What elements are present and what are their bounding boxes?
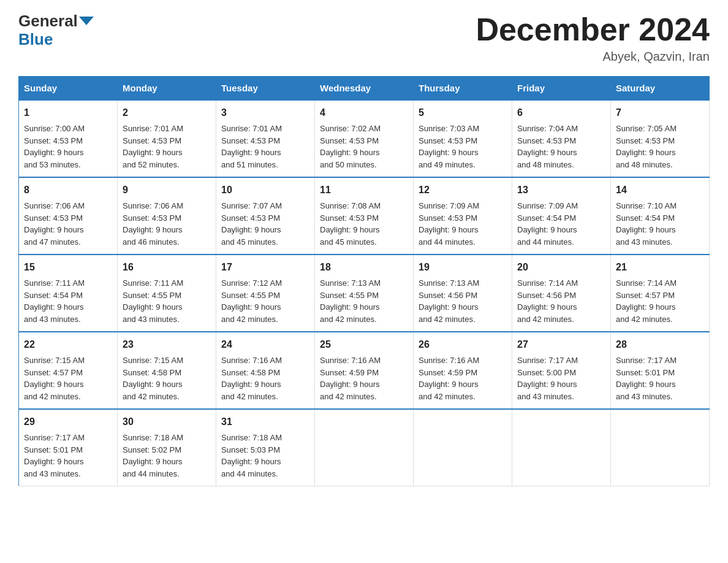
week-row-4: 22Sunrise: 7:15 AMSunset: 4:57 PMDayligh…: [19, 332, 710, 409]
day-number: 17: [221, 260, 309, 275]
week-row-1: 1Sunrise: 7:00 AMSunset: 4:53 PMDaylight…: [19, 100, 710, 177]
header-wednesday: Wednesday: [315, 77, 414, 101]
title-block: December 2024 Abyek, Qazvin, Iran: [476, 12, 710, 64]
day-number: 21: [616, 260, 704, 275]
calendar-cell: 26Sunrise: 7:16 AMSunset: 4:59 PMDayligh…: [414, 332, 512, 409]
calendar-cell: 1Sunrise: 7:00 AMSunset: 4:53 PMDaylight…: [19, 100, 118, 177]
calendar-cell: 16Sunrise: 7:11 AMSunset: 4:55 PMDayligh…: [118, 255, 216, 332]
day-number: 4: [320, 105, 408, 120]
day-info: Sunrise: 7:08 AMSunset: 4:53 PMDaylight:…: [320, 200, 408, 248]
day-number: 6: [517, 105, 605, 120]
calendar-cell: 17Sunrise: 7:12 AMSunset: 4:55 PMDayligh…: [216, 255, 315, 332]
day-number: 26: [419, 337, 507, 352]
calendar-cell: 20Sunrise: 7:14 AMSunset: 4:56 PMDayligh…: [512, 255, 611, 332]
logo-text-blue: Blue: [18, 30, 53, 49]
day-number: 10: [221, 183, 309, 197]
calendar-cell: 9Sunrise: 7:06 AMSunset: 4:53 PMDaylight…: [118, 177, 216, 255]
calendar-cell: 27Sunrise: 7:17 AMSunset: 5:00 PMDayligh…: [512, 332, 611, 409]
day-info: Sunrise: 7:03 AMSunset: 4:53 PMDaylight:…: [419, 123, 507, 170]
day-info: Sunrise: 7:09 AMSunset: 4:53 PMDaylight:…: [419, 200, 507, 248]
day-info: Sunrise: 7:16 AMSunset: 4:58 PMDaylight:…: [221, 354, 309, 402]
day-info: Sunrise: 7:13 AMSunset: 4:56 PMDaylight:…: [419, 277, 507, 325]
day-number: 3: [221, 105, 309, 120]
day-number: 23: [123, 337, 211, 352]
day-info: Sunrise: 7:16 AMSunset: 4:59 PMDaylight:…: [419, 354, 507, 402]
calendar-cell: 31Sunrise: 7:18 AMSunset: 5:03 PMDayligh…: [216, 409, 315, 486]
calendar-cell: 25Sunrise: 7:16 AMSunset: 4:59 PMDayligh…: [315, 332, 414, 409]
day-number: 30: [123, 415, 211, 429]
day-number: 7: [616, 105, 704, 120]
day-info: Sunrise: 7:15 AMSunset: 4:57 PMDaylight:…: [24, 354, 112, 402]
day-info: Sunrise: 7:11 AMSunset: 4:54 PMDaylight:…: [24, 277, 112, 325]
calendar-cell: 10Sunrise: 7:07 AMSunset: 4:53 PMDayligh…: [216, 177, 315, 255]
day-info: Sunrise: 7:02 AMSunset: 4:53 PMDaylight:…: [320, 123, 408, 170]
calendar-cell: [414, 409, 512, 486]
day-info: Sunrise: 7:18 AMSunset: 5:02 PMDaylight:…: [123, 432, 211, 480]
day-info: Sunrise: 7:14 AMSunset: 4:56 PMDaylight:…: [517, 277, 605, 325]
day-number: 5: [419, 105, 507, 120]
calendar-cell: 23Sunrise: 7:15 AMSunset: 4:58 PMDayligh…: [118, 332, 216, 409]
calendar-cell: 3Sunrise: 7:01 AMSunset: 4:53 PMDaylight…: [216, 100, 315, 177]
page-header: General Blue December 2024 Abyek, Qazvin…: [18, 12, 710, 64]
calendar-cell: 14Sunrise: 7:10 AMSunset: 4:54 PMDayligh…: [611, 177, 710, 255]
calendar-cell: [512, 409, 611, 486]
day-number: 24: [221, 337, 309, 352]
calendar-cell: 12Sunrise: 7:09 AMSunset: 4:53 PMDayligh…: [414, 177, 512, 255]
calendar-cell: 6Sunrise: 7:04 AMSunset: 4:53 PMDaylight…: [512, 100, 611, 177]
day-info: Sunrise: 7:05 AMSunset: 4:53 PMDaylight:…: [616, 123, 704, 170]
day-info: Sunrise: 7:14 AMSunset: 4:57 PMDaylight:…: [616, 277, 704, 325]
day-info: Sunrise: 7:18 AMSunset: 5:03 PMDaylight:…: [221, 432, 309, 480]
calendar-cell: 21Sunrise: 7:14 AMSunset: 4:57 PMDayligh…: [611, 255, 710, 332]
calendar-cell: 29Sunrise: 7:17 AMSunset: 5:01 PMDayligh…: [19, 409, 118, 486]
day-info: Sunrise: 7:00 AMSunset: 4:53 PMDaylight:…: [24, 123, 112, 170]
day-number: 16: [123, 260, 211, 275]
calendar-cell: [315, 409, 414, 486]
calendar-cell: [611, 409, 710, 486]
day-info: Sunrise: 7:12 AMSunset: 4:55 PMDaylight:…: [221, 277, 309, 325]
day-info: Sunrise: 7:17 AMSunset: 5:00 PMDaylight:…: [517, 354, 605, 402]
day-info: Sunrise: 7:06 AMSunset: 4:53 PMDaylight:…: [123, 200, 211, 248]
day-number: 20: [517, 260, 605, 275]
calendar-cell: 2Sunrise: 7:01 AMSunset: 4:53 PMDaylight…: [118, 100, 216, 177]
calendar-cell: 11Sunrise: 7:08 AMSunset: 4:53 PMDayligh…: [315, 177, 414, 255]
day-info: Sunrise: 7:04 AMSunset: 4:53 PMDaylight:…: [517, 123, 605, 170]
week-row-5: 29Sunrise: 7:17 AMSunset: 5:01 PMDayligh…: [19, 409, 710, 486]
logo: General Blue: [18, 12, 94, 49]
calendar-cell: 22Sunrise: 7:15 AMSunset: 4:57 PMDayligh…: [19, 332, 118, 409]
header-tuesday: Tuesday: [216, 77, 315, 101]
calendar-cell: 5Sunrise: 7:03 AMSunset: 4:53 PMDaylight…: [414, 100, 512, 177]
logo-text-general: General: [18, 12, 78, 30]
week-row-2: 8Sunrise: 7:06 AMSunset: 4:53 PMDaylight…: [19, 177, 710, 255]
day-number: 14: [616, 183, 704, 197]
day-number: 15: [24, 260, 112, 275]
day-number: 2: [123, 105, 211, 120]
calendar-cell: 30Sunrise: 7:18 AMSunset: 5:02 PMDayligh…: [118, 409, 216, 486]
day-number: 11: [320, 183, 408, 197]
day-info: Sunrise: 7:11 AMSunset: 4:55 PMDaylight:…: [123, 277, 211, 325]
week-row-3: 15Sunrise: 7:11 AMSunset: 4:54 PMDayligh…: [19, 255, 710, 332]
day-number: 19: [419, 260, 507, 275]
day-number: 22: [24, 337, 112, 352]
calendar-cell: 15Sunrise: 7:11 AMSunset: 4:54 PMDayligh…: [19, 255, 118, 332]
calendar-cell: 24Sunrise: 7:16 AMSunset: 4:58 PMDayligh…: [216, 332, 315, 409]
calendar-cell: 4Sunrise: 7:02 AMSunset: 4:53 PMDaylight…: [315, 100, 414, 177]
day-info: Sunrise: 7:13 AMSunset: 4:55 PMDaylight:…: [320, 277, 408, 325]
calendar-cell: 13Sunrise: 7:09 AMSunset: 4:54 PMDayligh…: [512, 177, 611, 255]
day-number: 25: [320, 337, 408, 352]
day-info: Sunrise: 7:17 AMSunset: 5:01 PMDaylight:…: [616, 354, 704, 402]
calendar-header-row: SundayMondayTuesdayWednesdayThursdayFrid…: [19, 77, 710, 101]
day-number: 12: [419, 183, 507, 197]
day-info: Sunrise: 7:06 AMSunset: 4:53 PMDaylight:…: [24, 200, 112, 248]
header-friday: Friday: [512, 77, 611, 101]
day-info: Sunrise: 7:01 AMSunset: 4:53 PMDaylight:…: [123, 123, 211, 170]
day-number: 8: [24, 183, 112, 197]
calendar-cell: 8Sunrise: 7:06 AMSunset: 4:53 PMDaylight…: [19, 177, 118, 255]
day-number: 13: [517, 183, 605, 197]
header-sunday: Sunday: [19, 77, 118, 101]
calendar-cell: 28Sunrise: 7:17 AMSunset: 5:01 PMDayligh…: [611, 332, 710, 409]
calendar-table: SundayMondayTuesdayWednesdayThursdayFrid…: [18, 76, 710, 486]
day-number: 1: [24, 105, 112, 120]
day-number: 9: [123, 183, 211, 197]
calendar-cell: 19Sunrise: 7:13 AMSunset: 4:56 PMDayligh…: [414, 255, 512, 332]
day-info: Sunrise: 7:15 AMSunset: 4:58 PMDaylight:…: [123, 354, 211, 402]
